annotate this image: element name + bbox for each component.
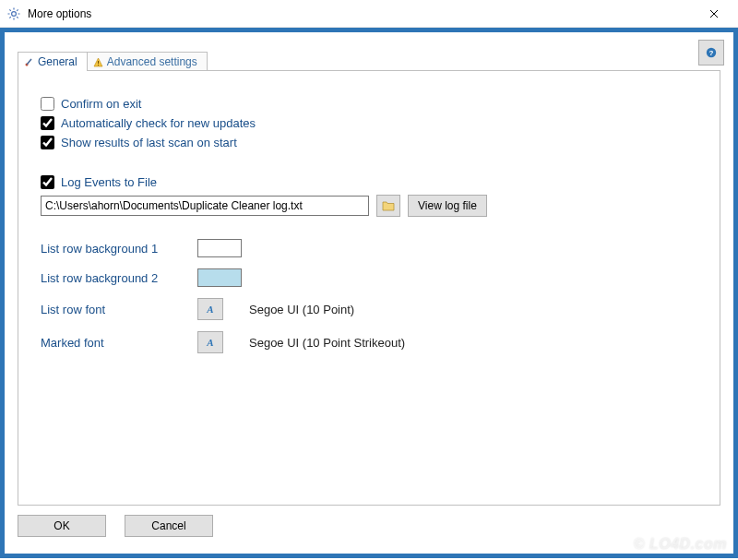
tab-general-label: General (38, 55, 77, 68)
dialog-body: ? General Advanced settings Confirm on e… (0, 28, 738, 558)
svg-rect-5 (98, 65, 99, 66)
checkbox-log-events-row: Log Events to File (41, 175, 697, 189)
font-picker-row[interactable]: A (197, 298, 223, 320)
tab-panel-general: Confirm on exit Automatically check for … (18, 70, 720, 506)
checkbox-confirm-exit-label: Confirm on exit (61, 97, 141, 111)
warning-icon (93, 57, 103, 67)
gear-icon (6, 6, 22, 22)
window-title: More options (28, 7, 696, 20)
checkbox-confirm-exit-row: Confirm on exit (41, 97, 697, 111)
row-marked-font: Marked font A Segoe UI (10 Point Strikeo… (41, 331, 697, 353)
checkbox-log-events-label: Log Events to File (61, 175, 157, 189)
color-swatch-bg1[interactable] (197, 239, 242, 257)
tab-strip: General Advanced settings (18, 49, 720, 71)
tab-general[interactable]: General (18, 52, 88, 71)
cancel-button[interactable]: Cancel (125, 515, 213, 537)
checkbox-show-results[interactable] (41, 136, 54, 149)
label-bg1: List row background 1 (41, 242, 197, 256)
label-row-font: List row font (41, 303, 197, 316)
pin-icon (24, 57, 34, 67)
log-path-input[interactable] (41, 196, 369, 216)
checkbox-show-results-label: Show results of last scan on start (61, 136, 237, 149)
checkbox-log-events[interactable] (41, 175, 54, 189)
svg-rect-4 (98, 61, 99, 64)
checkbox-show-results-row: Show results of last scan on start (41, 136, 697, 149)
view-log-button[interactable]: View log file (408, 195, 487, 217)
checkbox-auto-update[interactable] (41, 116, 54, 130)
tab-advanced[interactable]: Advanced settings (87, 52, 208, 71)
row-bg2: List row background 2 (41, 268, 697, 287)
row-bg1: List row background 1 (41, 239, 697, 257)
marked-font-desc: Segoe UI (10 Point Strikeout) (249, 336, 405, 350)
titlebar: More options (0, 0, 738, 28)
tab-advanced-label: Advanced settings (107, 55, 197, 68)
checkbox-auto-update-label: Automatically check for new updates (61, 116, 256, 130)
log-path-row: View log file (41, 195, 697, 217)
row-font-desc: Segoe UI (10 Point) (249, 303, 354, 316)
color-swatch-bg2[interactable] (197, 268, 242, 287)
folder-icon (382, 200, 395, 211)
label-marked-font: Marked font (41, 336, 197, 350)
ok-button[interactable]: OK (18, 515, 106, 537)
close-button[interactable] (696, 0, 732, 28)
browse-log-button[interactable] (376, 195, 400, 217)
dialog-buttons: OK Cancel (18, 515, 720, 537)
row-font: List row font A Segoe UI (10 Point) (41, 298, 697, 320)
font-picker-marked[interactable]: A (197, 331, 223, 353)
label-bg2: List row background 2 (41, 271, 197, 285)
checkbox-confirm-exit[interactable] (41, 97, 54, 111)
checkbox-auto-update-row: Automatically check for new updates (41, 116, 697, 130)
watermark: © LO4D.com (634, 536, 727, 553)
svg-point-0 (12, 11, 17, 16)
